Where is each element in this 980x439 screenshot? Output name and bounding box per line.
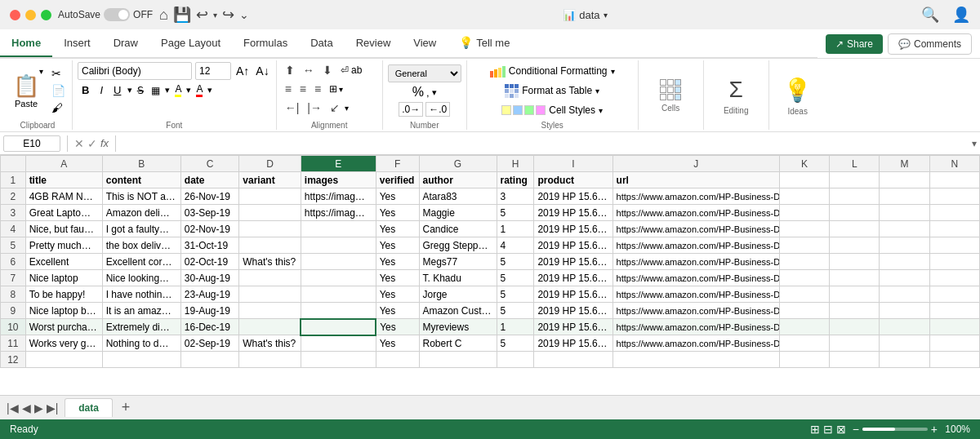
- col-header-D[interactable]: D: [239, 156, 301, 172]
- cell-D1[interactable]: variant: [239, 172, 301, 188]
- cell-L10[interactable]: [830, 319, 880, 335]
- cancel-formula-button[interactable]: ✕: [74, 137, 84, 150]
- cell-C8[interactable]: 23-Aug-19: [180, 286, 238, 303]
- cell-E2[interactable]: https://imag…: [301, 188, 376, 205]
- cell-M10[interactable]: [880, 319, 929, 335]
- cell-D7[interactable]: [239, 270, 301, 286]
- cell-H7[interactable]: 5: [497, 270, 534, 286]
- cell-J6[interactable]: https://www.amazon.com/HP-Business-Dual-…: [612, 254, 779, 270]
- sheet-prev-button[interactable]: ◀: [22, 401, 31, 415]
- cell-N8[interactable]: [929, 286, 979, 303]
- cell-M7[interactable]: [880, 270, 929, 286]
- cell-M4[interactable]: [880, 221, 929, 237]
- add-sheet-button[interactable]: +: [116, 398, 136, 418]
- cell-C9[interactable]: 19-Aug-19: [180, 303, 238, 319]
- cell-E12[interactable]: [301, 352, 376, 368]
- cell-E5[interactable]: [301, 237, 376, 254]
- save-icon[interactable]: 💾: [173, 6, 191, 24]
- cell-A12[interactable]: [25, 352, 102, 368]
- cell-M8[interactable]: [880, 286, 929, 303]
- paste-button[interactable]: 📋 Paste ▾: [8, 62, 48, 119]
- number-dropdown[interactable]: ▾: [432, 87, 437, 98]
- sheet-first-button[interactable]: |◀: [7, 401, 19, 415]
- cell-I8[interactable]: 2019 HP 15.6…: [534, 286, 612, 303]
- cell-G12[interactable]: [419, 352, 497, 368]
- cell-H10[interactable]: 1: [497, 319, 534, 335]
- cell-J5[interactable]: https://www.amazon.com/HP-Business-Dual-…: [612, 237, 779, 254]
- cell-M11[interactable]: [880, 335, 929, 352]
- close-button[interactable]: [10, 10, 20, 20]
- dropdown-icon[interactable]: ▾: [604, 11, 608, 20]
- cell-G5[interactable]: Gregg Stepp…: [419, 237, 497, 254]
- cell-F11[interactable]: Yes: [376, 335, 419, 352]
- number-format-select[interactable]: General: [388, 64, 461, 82]
- cell-C3[interactable]: 03-Sep-19: [180, 205, 238, 221]
- cell-B9[interactable]: It is an amaz…: [102, 303, 180, 319]
- cell-I5[interactable]: 2019 HP 15.6…: [534, 237, 612, 254]
- sheet-last-button[interactable]: ▶|: [47, 401, 59, 415]
- cell-J11[interactable]: https://www.amazon.com/HP-Business-Dual-…: [612, 335, 779, 352]
- cell-E11[interactable]: [301, 335, 376, 352]
- tab-review[interactable]: Review: [345, 30, 403, 57]
- zoom-slider[interactable]: [862, 428, 928, 431]
- cell-F9[interactable]: Yes: [376, 303, 419, 319]
- cell-H11[interactable]: 5: [497, 335, 534, 352]
- increase-decimal-button[interactable]: .0→: [399, 102, 423, 117]
- align-bottom-button[interactable]: ⬇: [319, 62, 336, 78]
- fill-dropdown[interactable]: ▾: [186, 85, 191, 95]
- cell-L6[interactable]: [830, 254, 880, 270]
- cell-B6[interactable]: Excellent cor…: [102, 254, 180, 270]
- cell-D10[interactable]: [239, 319, 301, 335]
- tab-tell-me[interactable]: 💡Tell me: [448, 29, 521, 57]
- cell-I3[interactable]: 2019 HP 15.6…: [534, 205, 612, 221]
- cell-B7[interactable]: Nice looking…: [102, 270, 180, 286]
- cell-H4[interactable]: 1: [497, 221, 534, 237]
- cell-B10[interactable]: Extremely di…: [102, 319, 180, 335]
- cell-L3[interactable]: [830, 205, 880, 221]
- cell-B2[interactable]: This is NOT a…: [102, 188, 180, 205]
- tab-data[interactable]: Data: [299, 30, 344, 57]
- cell-F6[interactable]: Yes: [376, 254, 419, 270]
- cell-L9[interactable]: [830, 303, 880, 319]
- undo-dropdown-icon[interactable]: ▾: [213, 11, 217, 20]
- cell-A9[interactable]: Nice laptop b…: [25, 303, 102, 319]
- cell-B3[interactable]: Amazon deli…: [102, 205, 180, 221]
- cell-H3[interactable]: 5: [497, 205, 534, 221]
- comments-button[interactable]: 💬 Comments: [888, 33, 972, 55]
- cell-D8[interactable]: [239, 286, 301, 303]
- cell-F5[interactable]: Yes: [376, 237, 419, 254]
- home-icon[interactable]: ⌂: [159, 7, 168, 24]
- row-header-2[interactable]: 2: [1, 188, 26, 205]
- cell-D5[interactable]: [239, 237, 301, 254]
- cell-I11[interactable]: 2019 HP 15.6…: [534, 335, 612, 352]
- zoom-in-button[interactable]: +: [931, 423, 938, 436]
- font-color-button[interactable]: A: [194, 83, 205, 97]
- cell-M5[interactable]: [880, 237, 929, 254]
- cell-E4[interactable]: [301, 221, 376, 237]
- merge-dropdown[interactable]: ▾: [339, 85, 343, 94]
- cell-I10[interactable]: 2019 HP 15.6…: [534, 319, 612, 335]
- conditional-formatting-button[interactable]: Conditional Formatting ▾: [490, 62, 615, 80]
- col-header-L[interactable]: L: [830, 156, 880, 172]
- cell-N5[interactable]: [929, 237, 979, 254]
- cell-C5[interactable]: 31-Oct-19: [180, 237, 238, 254]
- cell-F10[interactable]: Yes: [376, 319, 419, 335]
- cell-L2[interactable]: [830, 188, 880, 205]
- cell-D2[interactable]: [239, 188, 301, 205]
- cell-N1[interactable]: [929, 172, 979, 188]
- increase-font-button[interactable]: A↑: [234, 63, 251, 79]
- cell-D12[interactable]: [239, 352, 301, 368]
- autosave-switch[interactable]: [104, 8, 130, 21]
- angle-dropdown[interactable]: ▾: [345, 104, 349, 113]
- align-left-button[interactable]: ≡: [282, 81, 295, 97]
- percent-button[interactable]: %: [412, 85, 424, 100]
- cell-A2[interactable]: 4GB RAM N…: [25, 188, 102, 205]
- cell-M2[interactable]: [880, 188, 929, 205]
- cell-K10[interactable]: [779, 319, 829, 335]
- col-header-N[interactable]: N: [929, 156, 979, 172]
- cell-M12[interactable]: [880, 352, 929, 368]
- cell-B11[interactable]: Nothing to d…: [102, 335, 180, 352]
- cell-E9[interactable]: [301, 303, 376, 319]
- cell-C7[interactable]: 30-Aug-19: [180, 270, 238, 286]
- cell-A5[interactable]: Pretty much…: [25, 237, 102, 254]
